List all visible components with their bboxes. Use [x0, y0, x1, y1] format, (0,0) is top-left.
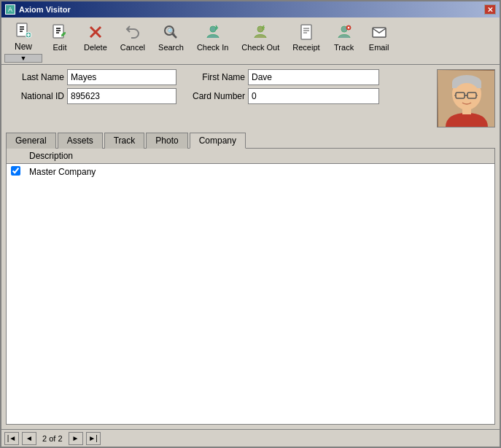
tabs-bar: General Assets Track Photo Company — [6, 132, 495, 148]
svg-rect-19 — [301, 25, 311, 39]
table-row: Master Company — [7, 164, 494, 181]
company-checkbox[interactable] — [11, 166, 20, 176]
track-icon — [334, 22, 354, 42]
search-label: Search — [158, 43, 184, 52]
last-name-row: Last Name First Name — [6, 69, 432, 85]
checkout-label: Check Out — [241, 43, 279, 52]
edit-button[interactable]: Edit — [42, 19, 77, 55]
email-button[interactable]: Email — [362, 19, 397, 55]
tab-assets[interactable]: Assets — [58, 133, 103, 149]
description-column-header: Description — [25, 149, 494, 164]
checkin-label: Check In — [197, 43, 228, 52]
first-name-label: First Name — [179, 72, 245, 82]
tab-company[interactable]: Company — [190, 133, 246, 149]
new-button-group: New ▼ — [4, 19, 42, 63]
title-bar: A Axiom Visitor ✕ — [1, 1, 500, 17]
main-window: A Axiom Visitor ✕ N — [0, 0, 501, 448]
receipt-icon — [296, 22, 316, 42]
receipt-label: Receipt — [292, 43, 319, 52]
delete-icon — [85, 22, 106, 42]
tab-content-company: Description Master Company — [6, 148, 495, 425]
checkin-icon — [203, 22, 223, 42]
svg-point-25 — [347, 27, 349, 28]
window-title: Axiom Visitor — [19, 5, 71, 14]
close-button[interactable]: ✕ — [484, 4, 496, 15]
delete-button[interactable]: Delete — [77, 19, 114, 55]
new-icon — [15, 22, 32, 42]
nav-last-button[interactable]: ►| — [86, 432, 101, 445]
last-name-label: Last Name — [6, 72, 64, 82]
first-name-input[interactable] — [248, 69, 379, 85]
national-id-label: National ID — [6, 91, 64, 101]
form-section: Last Name First Name National ID Card Nu… — [6, 69, 495, 127]
new-label: New — [15, 42, 32, 52]
checkout-icon — [250, 22, 271, 42]
svg-point-17 — [210, 26, 216, 32]
card-number-input[interactable] — [248, 88, 379, 104]
national-id-row: National ID Card Number — [6, 88, 432, 104]
card-number-label: Card Number — [179, 91, 245, 101]
row-checkbox-cell — [7, 164, 25, 181]
form-fields: Last Name First Name National ID Card Nu… — [6, 69, 432, 127]
new-button[interactable]: New — [4, 19, 42, 54]
nav-first-button[interactable]: |◄ — [4, 432, 19, 445]
track-label: Track — [334, 43, 354, 52]
email-label: Email — [369, 43, 389, 52]
edit-icon — [50, 22, 70, 42]
tab-photo[interactable]: Photo — [146, 133, 187, 149]
company-description: Master Company — [25, 164, 494, 181]
company-table: Description Master Company — [7, 149, 494, 180]
record-count: 2 of 2 — [42, 434, 63, 443]
tab-general[interactable]: General — [6, 133, 56, 149]
checkbox-column-header — [7, 149, 25, 164]
delete-label: Delete — [84, 43, 107, 52]
checkout-button[interactable]: Check Out — [235, 19, 286, 55]
national-id-input[interactable] — [67, 88, 176, 104]
svg-rect-37 — [462, 107, 471, 114]
nav-prev-button[interactable]: ◄ — [22, 432, 36, 445]
email-icon — [369, 22, 389, 42]
nav-next-button[interactable]: ► — [69, 432, 83, 445]
svg-text:🔍: 🔍 — [167, 27, 176, 36]
title-bar-left: A Axiom Visitor — [5, 4, 71, 15]
edit-label: Edit — [53, 43, 67, 52]
last-name-input[interactable] — [67, 69, 176, 85]
visitor-photo — [437, 69, 495, 127]
status-bar: |◄ ◄ 2 of 2 ► ►| — [1, 429, 500, 447]
toolbar: New ▼ Edit — [1, 17, 500, 65]
tab-track[interactable]: Track — [104, 133, 145, 149]
content-area: Last Name First Name National ID Card Nu… — [1, 65, 500, 429]
app-icon: A — [5, 4, 15, 15]
track-button[interactable]: Track — [327, 19, 362, 55]
new-dropdown-button[interactable]: ▼ — [4, 54, 42, 63]
cancel-button[interactable]: Cancel — [114, 19, 152, 55]
photo-placeholder — [438, 70, 495, 127]
search-button[interactable]: 🔍 Search — [152, 19, 190, 55]
checkin-button[interactable]: Check In — [190, 19, 235, 55]
cancel-icon — [123, 22, 143, 42]
search-icon: 🔍 — [160, 22, 181, 42]
receipt-button[interactable]: Receipt — [286, 19, 326, 55]
cancel-label: Cancel — [120, 43, 145, 52]
